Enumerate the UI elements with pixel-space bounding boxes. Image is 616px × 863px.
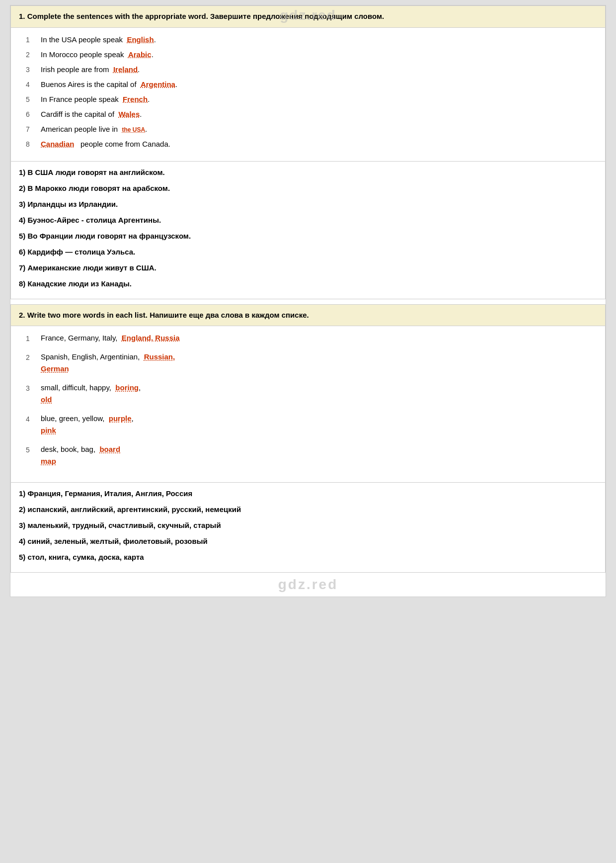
answer-8: Canadian <box>41 140 75 148</box>
answer-6: Wales <box>118 110 140 118</box>
translation2-1: 1) Франция, Германия, Италия, Англия, Ро… <box>19 488 597 500</box>
section1-header: 1. Complete the sentences with the appro… <box>10 5 606 28</box>
wl-num-2: 2 <box>26 352 41 363</box>
wl-num-4: 4 <box>26 414 41 425</box>
num-8: 8 <box>26 139 41 150</box>
num-6: 6 <box>26 109 41 120</box>
wl-answer-4: purple <box>109 414 132 423</box>
wl-answer-3b: old <box>41 395 52 404</box>
sentence-text-4: Buenos Aires is the capital of Argentina… <box>41 79 590 90</box>
num-4: 4 <box>26 79 41 90</box>
sentence-item-8: 8 Canadian people come from Canada. <box>26 138 590 150</box>
sentence-text-1: In the USA people speak English. <box>41 34 590 46</box>
section1-content: 1 In the USA people speak English. 2 In … <box>10 28 606 162</box>
wl-base-1: France, Germany, Italy, <box>41 334 122 342</box>
wl-content-1: France, Germany, Italy, England, Russia <box>41 332 590 344</box>
sentence-text-8: Canadian people come from Canada. <box>41 138 590 150</box>
section1-header-en: 1. Complete the sentences with the appro… <box>19 12 208 20</box>
wl-base-2: Spanish, English, Argentinian, <box>41 352 144 361</box>
translation-5: 5) Во Франции люди говорят на французско… <box>19 230 597 242</box>
wl-num-3: 3 <box>26 383 41 394</box>
num-1: 1 <box>26 34 41 45</box>
answer-5: French <box>123 95 148 103</box>
wl-answer-5b: map <box>41 457 56 465</box>
section2-header-ru: Напишите еще два слова в каждом списке. <box>150 311 309 319</box>
translation-1: 1) В США люди говорят на английском. <box>19 167 597 178</box>
translation2-3: 3) маленький, трудный, счастливый, скучн… <box>19 519 597 531</box>
answer-2: Arabic <box>128 50 152 59</box>
wl-answer-1: England, Russia <box>122 334 180 342</box>
wl-base-4: blue, green, yellow, <box>41 414 109 423</box>
sentence-text-6: Cardiff is the capital of Wales. <box>41 108 590 120</box>
translation-6: 6) Кардифф — столица Уэльса. <box>19 246 597 258</box>
sentence-item-3: 3 Irish people are from Ireland. <box>26 64 590 76</box>
sentence-text-2: In Morocco people speak Arabic. <box>41 49 590 61</box>
word-list-item-4: 4 blue, green, yellow, purple, pink <box>26 413 590 436</box>
sentence-item-1: 1 In the USA people speak English. <box>26 34 590 46</box>
translation-7: 7) Американские люди живут в США. <box>19 262 597 274</box>
translation2-2: 2) испанский, английский, аргентинский, … <box>19 504 597 516</box>
sentence-item-5: 5 In France people speak French. <box>26 93 590 105</box>
sentence-item-4: 4 Buenos Aires is the capital of Argenti… <box>26 79 590 90</box>
wl-num-1: 1 <box>26 333 41 344</box>
sentence-text-7: American people live in the USA. <box>41 123 590 135</box>
translation2-4: 4) синий, зеленый, желтый, фиолетовый, р… <box>19 535 597 547</box>
wl-answer-5: board <box>99 445 120 453</box>
translation-2: 2) В Марокко люди говорят на арабском. <box>19 182 597 194</box>
sentence-item-7: 7 American people live in the USA. <box>26 123 590 135</box>
word-list-item-2: 2 Spanish, English, Argentinian, Russian… <box>26 351 590 375</box>
wl-content-4: blue, green, yellow, purple, pink <box>41 413 590 436</box>
wl-answer-2: Russian, <box>144 352 175 361</box>
num-2: 2 <box>26 49 41 60</box>
translation-4: 4) Буэнос-Айрес - столица Аргентины. <box>19 214 597 226</box>
wl-content-5: desk, book, bag, board map <box>41 443 590 467</box>
answer-3: Ireland <box>113 65 138 74</box>
answer-1: English <box>127 35 154 44</box>
word-list-item-3: 3 small, difficult, happy, boring, old <box>26 382 590 406</box>
wl-base-5: desk, book, bag, <box>41 445 99 453</box>
sentence-text-3: Irish people are from Ireland. <box>41 64 590 76</box>
translation-8: 8) Канадские люди из Канады. <box>19 278 597 290</box>
wl-content-3: small, difficult, happy, boring, old <box>41 382 590 406</box>
section2-header-en: 2. Write two more words in each list. <box>19 311 148 319</box>
sentence-item-6: 6 Cardiff is the capital of Wales. <box>26 108 590 120</box>
wl-content-2: Spanish, English, Argentinian, Russian, … <box>41 351 590 375</box>
answer-7: the USA <box>122 126 145 133</box>
translation2-5: 5) стол, книга, сумка, доска, карта <box>19 551 597 563</box>
section1-translations: 1) В США люди говорят на английском. 2) … <box>10 162 606 299</box>
section2-header: 2. Write two more words in each list. На… <box>10 304 606 327</box>
word-list-item-5: 5 desk, book, bag, board map <box>26 443 590 467</box>
wl-answer-2b: German <box>41 364 69 373</box>
wl-base-3: small, difficult, happy, <box>41 383 115 392</box>
sentence-item-2: 2 In Morocco people speak Arabic. <box>26 49 590 61</box>
section2-translations: 1) Франция, Германия, Италия, Англия, Ро… <box>10 483 606 573</box>
watermark-bottom: gdz.red <box>10 573 606 597</box>
sentence-text-5: In France people speak French. <box>41 93 590 105</box>
answer-4: Argentina <box>141 80 175 88</box>
num-7: 7 <box>26 124 41 135</box>
wl-num-5: 5 <box>26 444 41 455</box>
section2-content: 1 France, Germany, Italy, England, Russi… <box>10 326 606 483</box>
page: gdz.red 1. Complete the sentences with t… <box>10 5 606 597</box>
word-list-item-1: 1 France, Germany, Italy, England, Russi… <box>26 332 590 344</box>
num-3: 3 <box>26 64 41 75</box>
sentence-list: 1 In the USA people speak English. 2 In … <box>26 34 590 150</box>
wl-answer-4b: pink <box>41 426 56 434</box>
wl-answer-3: boring <box>115 383 139 392</box>
section1-header-ru: Завершите предложения подходящим словом. <box>210 12 384 20</box>
translation-3: 3) Ирландцы из Ирландии. <box>19 198 597 210</box>
num-5: 5 <box>26 94 41 105</box>
